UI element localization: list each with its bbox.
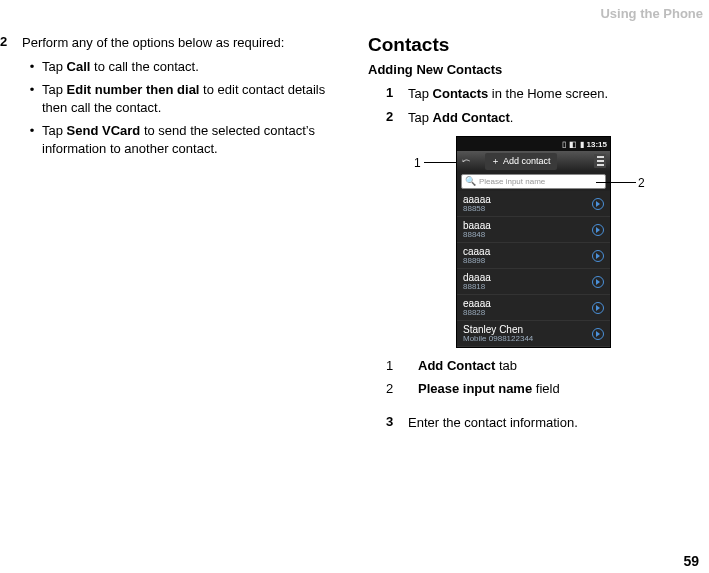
step-post: . (510, 110, 514, 125)
step-bold: Contacts (433, 86, 489, 101)
list-item[interactable]: eaaaa88828 (457, 295, 610, 321)
back-arrow-icon[interactable]: ⤺ (462, 155, 470, 166)
right-step-3: 3 Enter the contact information. (386, 414, 709, 432)
clock-time: 13:15 (587, 140, 607, 149)
list-item[interactable]: daaaa88818 (457, 269, 610, 295)
bullet-dot-icon: • (22, 58, 42, 76)
legend-text: Please input name field (418, 379, 560, 400)
list-item[interactable]: Stanley ChenMobile 0988122344 (457, 321, 610, 347)
right-step-2: 2 Tap Add Contact. (386, 109, 709, 127)
legend-bold: Add Contact (418, 358, 495, 373)
bullet-dot-icon: • (22, 122, 42, 157)
add-contact-tab[interactable]: ＋ Add contact (485, 153, 557, 170)
step-number: 3 (386, 414, 408, 432)
contact-sub: 88818 (463, 283, 491, 291)
search-row: 🔍 Please input name (457, 171, 610, 191)
step-number: 2 (0, 34, 22, 163)
callout-label-1: 1 (414, 156, 421, 170)
bullet-item: • Tap Send VCard to send the selected co… (22, 122, 350, 157)
search-input[interactable]: 🔍 Please input name (461, 174, 606, 189)
contact-sub: 88898 (463, 257, 490, 265)
columns: 2 Perform any of the options below as re… (0, 34, 709, 549)
step-bold: Add Contact (433, 110, 510, 125)
legend-post: field (532, 381, 559, 396)
step-number: 2 (386, 109, 408, 127)
contact-sub: Mobile 0988122344 (463, 335, 533, 343)
search-icon: 🔍 (465, 176, 476, 186)
network-icon: ◧ (569, 140, 577, 149)
page-number: 59 (683, 553, 699, 569)
bullet-text: Tap Call to call the contact. (42, 58, 350, 76)
legend-text: Add Contact tab (418, 356, 517, 377)
step-body: Enter the contact information. (408, 414, 709, 432)
detail-arrow-icon[interactable] (592, 328, 604, 340)
detail-arrow-icon[interactable] (592, 302, 604, 314)
step-body: Tap Contacts in the Home screen. (408, 85, 709, 103)
step-text: Perform any of the options below as requ… (22, 35, 284, 50)
subsection-title: Adding New Contacts (368, 62, 709, 77)
phone-screen: ▯ ◧ ▮ 13:15 ⤺ ＋ Add contact 🔍 P (456, 136, 611, 348)
legend-bold: Please input name (418, 381, 532, 396)
bullet-dot-icon: • (22, 81, 42, 116)
bullet-pre: Tap (42, 123, 67, 138)
phone-figure: 1 2 ▯ ◧ ▮ 13:15 ⤺ ＋ Add contact (416, 136, 636, 348)
bullet-text: Tap Edit number then dial to edit contac… (42, 81, 350, 116)
step-body: Perform any of the options below as requ… (22, 34, 350, 163)
signal-icon: ▯ (562, 140, 566, 149)
detail-arrow-icon[interactable] (592, 198, 604, 210)
status-bar: ▯ ◧ ▮ 13:15 (457, 137, 610, 151)
detail-arrow-icon[interactable] (592, 276, 604, 288)
contact-sub: 88828 (463, 309, 491, 317)
detail-arrow-icon[interactable] (592, 224, 604, 236)
callout-line-2 (596, 182, 636, 183)
step-pre: Tap (408, 110, 433, 125)
bullet-post: to call the contact. (90, 59, 198, 74)
list-item[interactable]: caaaa88898 (457, 243, 610, 269)
add-contact-label: Add contact (503, 156, 551, 166)
step-pre: Tap (408, 86, 433, 101)
bullet-pre: Tap (42, 82, 67, 97)
contact-sub: 88848 (463, 231, 491, 239)
bullet-list: • Tap Call to call the contact. • Tap Ed… (22, 58, 350, 158)
right-steps-continued: 3 Enter the contact information. (368, 414, 709, 432)
detail-arrow-icon[interactable] (592, 250, 604, 262)
menu-icon[interactable] (594, 154, 606, 168)
legend-post: tab (495, 358, 517, 373)
left-column: 2 Perform any of the options below as re… (0, 34, 360, 549)
bullet-bold: Edit number then dial (67, 82, 200, 97)
legend-row: 1 Add Contact tab (386, 356, 709, 377)
legend: 1 Add Contact tab 2 Please input name fi… (368, 356, 709, 400)
list-item[interactable]: aaaaa88858 (457, 191, 610, 217)
header-section-label: Using the Phone (600, 6, 703, 21)
battery-icon: ▮ (580, 140, 584, 149)
bullet-bold: Send VCard (67, 123, 141, 138)
tab-bar: ⤺ ＋ Add contact (457, 151, 610, 171)
search-placeholder: Please input name (479, 177, 545, 186)
bullet-pre: Tap (42, 59, 67, 74)
contact-sub: 88858 (463, 205, 491, 213)
legend-num: 1 (386, 356, 418, 377)
right-column: Contacts Adding New Contacts 1 Tap Conta… (360, 34, 709, 549)
bullet-item: • Tap Call to call the contact. (22, 58, 350, 76)
right-steps: 1 Tap Contacts in the Home screen. 2 Tap… (368, 85, 709, 126)
right-step-1: 1 Tap Contacts in the Home screen. (386, 85, 709, 103)
callout-label-2: 2 (638, 176, 645, 190)
section-title: Contacts (368, 34, 709, 56)
bullet-text: Tap Send VCard to send the selected cont… (42, 122, 350, 157)
legend-num: 2 (386, 379, 418, 400)
step-body: Tap Add Contact. (408, 109, 709, 127)
bullet-item: • Tap Edit number then dial to edit cont… (22, 81, 350, 116)
step-post: in the Home screen. (488, 86, 608, 101)
contact-list: aaaaa88858 baaaa88848 caaaa88898 daaaa88… (457, 191, 610, 347)
bullet-bold: Call (67, 59, 91, 74)
step-number: 1 (386, 85, 408, 103)
legend-row: 2 Please input name field (386, 379, 709, 400)
list-item[interactable]: baaaa88848 (457, 217, 610, 243)
left-step-2: 2 Perform any of the options below as re… (0, 34, 350, 163)
plus-icon: ＋ (491, 155, 500, 168)
